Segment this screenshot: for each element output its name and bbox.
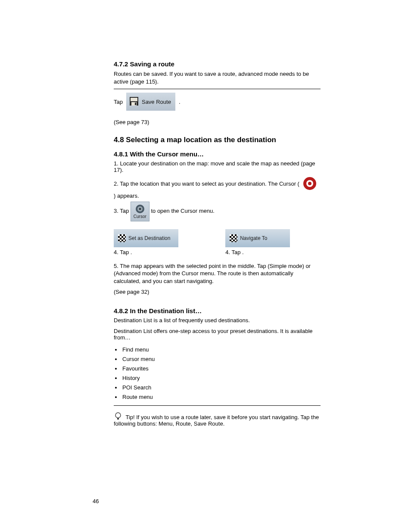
svg-point-10 xyxy=(115,413,121,418)
list-item: Favourites xyxy=(121,364,321,373)
cursor-icon xyxy=(135,204,145,214)
heading-select-map-location: 4.8 Selecting a map location as the dest… xyxy=(114,136,321,144)
set-as-destination-button[interactable]: Set as Destination xyxy=(114,229,178,247)
destination-list-features: Find menu Cursor menu Favourites History… xyxy=(121,345,321,402)
cursor-button-label: Cursor xyxy=(134,214,146,219)
svg-point-9 xyxy=(139,208,141,210)
save-route-button[interactable]: Save Route xyxy=(126,93,175,111)
step-2b: ) appears. xyxy=(114,193,139,199)
step-2a: 2. Tap the location that you want to sel… xyxy=(114,180,299,187)
list-item: Find menu xyxy=(121,345,321,355)
svg-rect-3 xyxy=(135,103,136,105)
step-4-right: Navigate To 4. Tap . xyxy=(225,229,321,255)
step-3a: 3. Tap xyxy=(114,208,129,214)
tap-suffix: . xyxy=(179,99,181,105)
tap-prefix: Tap xyxy=(114,99,123,105)
svg-rect-11 xyxy=(117,418,119,420)
step-4-left: Set as Destination 4. Tap . xyxy=(114,229,209,255)
destination-list-desc2: Destination List offers one-step access … xyxy=(114,328,321,341)
list-item: Cursor menu xyxy=(121,355,321,364)
heading-save-route: 4.7.2 Saving a route xyxy=(114,60,321,68)
step-3b: to open the Cursor menu. xyxy=(151,208,214,214)
see-page-ref-2: (See page 32) xyxy=(114,288,321,296)
svg-rect-1 xyxy=(131,98,137,101)
step-5-summary: 5. The map appears with the selected poi… xyxy=(114,262,321,285)
step-1: 1. Locate your destination on the map: m… xyxy=(114,160,321,173)
step-4-left-text: 4. Tap . xyxy=(114,249,209,255)
page-number: 46 xyxy=(93,498,99,504)
destination-list-desc1: Destination List is a list of frequently… xyxy=(114,317,321,324)
step-2: 2. Tap the location that you want to sel… xyxy=(114,176,321,199)
set-as-destination-label: Set as Destination xyxy=(128,235,170,241)
checkered-flag-icon xyxy=(118,234,126,242)
heading-cursor-menu: 4.8.1 With the Cursor menu… xyxy=(114,150,321,158)
heading-destination-list: 4.8.2 In the Destination list… xyxy=(114,307,321,314)
save-route-button-label: Save Route xyxy=(142,99,171,105)
tip-label: Tip! xyxy=(125,414,134,420)
step-3: 3. Tap Cursor to open the Cursor menu. xyxy=(114,202,321,221)
save-route-body: Routes can be saved. If you want to save… xyxy=(114,70,321,85)
cursor-button[interactable]: Cursor xyxy=(131,202,149,221)
divider xyxy=(114,89,321,89)
cursor-marker-icon xyxy=(302,176,318,193)
floppy-icon xyxy=(129,96,139,108)
step-4-row: Set as Destination 4. Tap . Navigate To … xyxy=(114,229,321,255)
tip-block: Tip! If you wish to use a route later, s… xyxy=(114,412,321,427)
tap-save-route-line: Tap Save Route . xyxy=(114,93,321,111)
list-item: Route menu xyxy=(121,392,321,402)
see-page-ref-1: (See page 73) xyxy=(114,118,321,126)
list-item: History xyxy=(121,373,321,383)
navigate-to-label: Navigate To xyxy=(240,235,267,241)
navigate-to-button[interactable]: Navigate To xyxy=(225,229,290,247)
tip-text: If you wish to use a route later, save i… xyxy=(114,414,319,427)
divider xyxy=(114,405,321,406)
page-content: 4.7.2 Saving a route Routes can be saved… xyxy=(114,60,321,427)
document-page: 4.7.2 Saving a route Routes can be saved… xyxy=(0,0,411,532)
list-item: POI Search xyxy=(121,383,321,392)
checkered-flag-icon xyxy=(230,234,237,242)
svg-point-6 xyxy=(308,182,311,185)
lightbulb-icon xyxy=(114,412,122,420)
step-4-right-text: 4. Tap . xyxy=(225,249,321,255)
